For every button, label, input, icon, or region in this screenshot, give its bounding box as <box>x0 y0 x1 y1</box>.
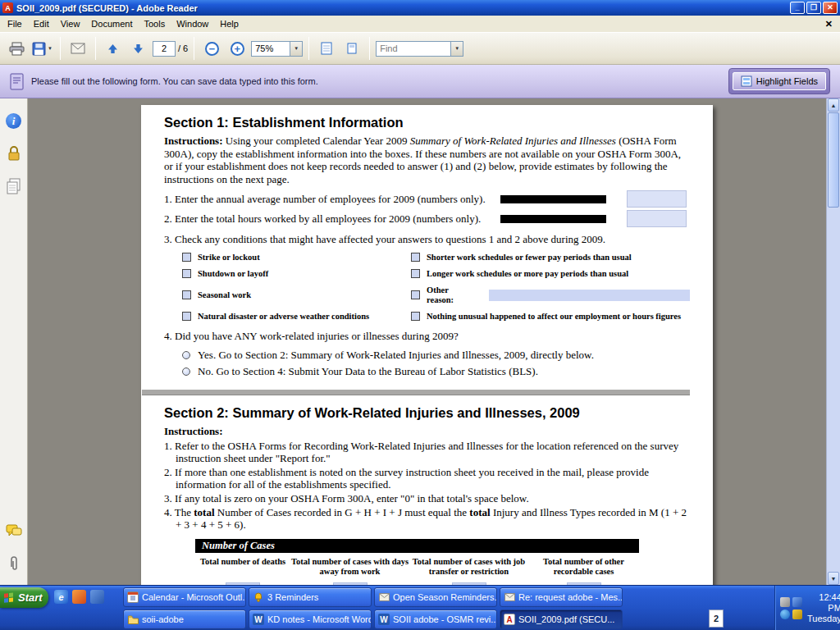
menu-document[interactable]: Document <box>85 17 138 30</box>
section2-title: Section 2: Summary of Work-Related Injur… <box>164 405 690 421</box>
highlight-fields-container: Highlight Fields <box>728 68 830 94</box>
checkbox-label: Nothing unusual happened to affect our e… <box>427 312 681 322</box>
show-desktop-icon[interactable] <box>90 590 104 604</box>
hours-input-field[interactable] <box>627 210 687 227</box>
task-re-request-adobe[interactable]: Re: request adobe - Mes... <box>500 587 623 607</box>
menu-file[interactable]: File <box>2 17 28 30</box>
task-soii-2009-pdf-active[interactable]: ASOII_2009.pdf (SECU... <box>500 609 623 629</box>
menu-tools[interactable]: Tools <box>139 17 171 30</box>
seasonal-checkbox[interactable] <box>182 290 191 299</box>
find-dropdown-button[interactable]: ▼ <box>451 41 463 57</box>
form-message-bar: Please fill out the following form. You … <box>0 65 840 98</box>
task-reminders[interactable]: 3 Reminders <box>249 587 372 607</box>
outlook-icon[interactable] <box>72 590 86 604</box>
checkbox-label: Longer work schedules or more pay period… <box>427 269 628 279</box>
tray-display-icon[interactable] <box>792 597 802 607</box>
start-button[interactable]: Start <box>0 587 48 608</box>
pages-panel-icon[interactable] <box>6 178 21 194</box>
security-lock-icon[interactable] <box>7 145 21 162</box>
email-button[interactable] <box>66 36 89 61</box>
print-button[interactable] <box>5 36 28 61</box>
save-button[interactable]: ▼ <box>30 36 54 61</box>
printer-icon <box>9 42 25 56</box>
fit-page-button[interactable] <box>340 36 363 61</box>
previous-page-button[interactable] <box>102 36 125 61</box>
document-area: Section 1: Establishment Information Ins… <box>28 98 826 585</box>
checkbox-row: Natural disaster or adverse weather cond… <box>182 312 411 322</box>
column-header-days-away: Total number of cases with days away fro… <box>290 553 409 578</box>
natural-disaster-checkbox[interactable] <box>182 312 191 321</box>
tray-printer-icon[interactable] <box>780 597 790 607</box>
task-calendar-outlook[interactable]: Calendar - Microsoft Outl... <box>123 587 246 607</box>
next-page-button[interactable] <box>127 36 150 61</box>
zoom-in-icon: + <box>231 42 244 56</box>
zoom-dropdown-button[interactable]: ▼ <box>290 41 303 57</box>
page-number-input[interactable] <box>153 41 176 57</box>
checkbox-row: Longer work schedules or more pay period… <box>411 269 690 279</box>
bell-icon <box>253 592 263 602</box>
tray-messenger-icon[interactable] <box>780 609 790 619</box>
task-open-season-reminders[interactable]: Open Season Reminders... <box>374 587 497 607</box>
task-soii-adobe-folder[interactable]: soii-adobe <box>123 609 246 629</box>
zoom-out-button[interactable]: − <box>200 36 223 61</box>
menu-window[interactable]: Window <box>171 17 214 30</box>
section2-instruction-4: 4. The total Number of Cases recorded in… <box>164 506 690 531</box>
shutdown-checkbox[interactable] <box>182 269 191 278</box>
redaction-bar <box>500 195 606 203</box>
minimize-button[interactable]: _ <box>790 2 805 14</box>
shorter-schedules-checkbox[interactable] <box>411 253 420 262</box>
language-indicator[interactable]: 2 <box>709 609 724 628</box>
zoom-in-button[interactable]: + <box>226 36 249 61</box>
save-dropdown-icon[interactable]: ▼ <box>48 46 52 51</box>
column-header-other: Total number of other recordable cases <box>528 553 639 578</box>
scroll-down-button[interactable]: ▼ <box>828 572 839 585</box>
fit-width-button[interactable] <box>315 36 338 61</box>
tray-clock: 12:44 PM Tuesday <box>807 592 840 624</box>
instruction4-mid: Number of Cases recorded in G + H + I + … <box>215 506 470 518</box>
menu-view[interactable]: View <box>55 17 86 30</box>
employees-input-field[interactable] <box>627 190 687 208</box>
scrollbar-thumb[interactable] <box>828 112 839 208</box>
menu-edit[interactable]: Edit <box>28 17 55 30</box>
longer-schedules-checkbox[interactable] <box>411 269 420 278</box>
restore-button[interactable]: ❐ <box>806 2 821 14</box>
envelope-icon <box>379 593 390 601</box>
number-of-cases-columns: Total number of deaths Total number of c… <box>195 553 639 578</box>
fit-width-icon <box>320 42 333 55</box>
adobe-reader-app-icon: A <box>2 2 13 13</box>
checkbox-label: Shutdown or layoff <box>198 269 268 279</box>
nothing-unusual-checkbox[interactable] <box>411 312 420 321</box>
zoom-level-value[interactable]: 75% <box>251 41 290 57</box>
no-radio-button[interactable] <box>182 368 190 376</box>
how-to-info-icon[interactable]: i <box>6 113 21 129</box>
yes-radio-button[interactable] <box>182 351 190 359</box>
toolbar-separator <box>60 37 61 60</box>
task-label: KD notes - Microsoft Word <box>267 614 372 624</box>
envelope-icon <box>504 593 515 601</box>
find-input[interactable]: Find <box>376 41 451 57</box>
highlight-fields-label: Highlight Fields <box>756 76 818 86</box>
form-icon <box>10 73 24 90</box>
highlight-fields-button[interactable]: Highlight Fields <box>733 72 826 90</box>
chevron-down-icon: ▼ <box>454 46 459 51</box>
attachments-panel-icon[interactable] <box>8 555 20 573</box>
other-reason-input-field[interactable] <box>489 290 690 301</box>
column-header-job-transfer: Total number of cases with job transfer … <box>409 553 528 578</box>
document-close-icon[interactable]: ✕ <box>818 19 840 30</box>
task-kd-notes-word[interactable]: WKD notes - Microsoft Word <box>249 609 372 629</box>
scroll-up-button[interactable]: ▲ <box>828 98 839 112</box>
tray-volume-icon[interactable] <box>792 609 802 619</box>
internet-explorer-icon[interactable]: e <box>54 590 68 604</box>
other-reason-checkbox[interactable] <box>411 290 420 299</box>
task-soii-adobe-osmr-word[interactable]: WSOII adobe - OSMR revi... <box>374 609 497 629</box>
strike-checkbox[interactable] <box>182 253 191 262</box>
section1-instructions: Instructions: Using your completed Calen… <box>164 135 690 185</box>
comments-panel-icon[interactable] <box>6 524 22 539</box>
chevron-down-icon: ▼ <box>294 46 299 51</box>
vertical-scrollbar[interactable]: ▲ ▼ <box>826 98 840 585</box>
close-button[interactable]: ✕ <box>823 2 838 14</box>
task-label: Calendar - Microsoft Outl... <box>142 592 246 602</box>
checkbox-row: Strike or lockout <box>182 253 411 262</box>
menu-help[interactable]: Help <box>214 17 244 30</box>
question1-text: 1. Enter the annual average number of em… <box>164 193 486 206</box>
